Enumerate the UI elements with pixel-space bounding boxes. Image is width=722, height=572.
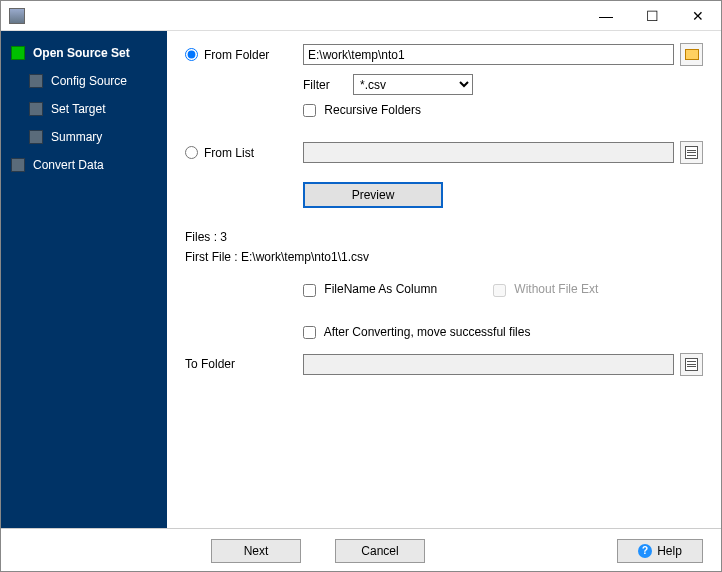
list-icon	[685, 146, 698, 159]
without-ext-text: Without File Ext	[514, 282, 598, 296]
minimize-button[interactable]: —	[583, 1, 629, 31]
from-list-input[interactable]	[303, 142, 674, 163]
filename-as-column-label[interactable]: FileName As Column	[303, 282, 493, 296]
help-icon: ?	[638, 544, 652, 558]
nav-summary[interactable]: Summary	[1, 123, 167, 151]
files-count-label: Files : 3	[185, 230, 703, 244]
help-button[interactable]: ? Help	[617, 539, 703, 563]
recursive-text: Recursive Folders	[324, 103, 421, 117]
next-button[interactable]: Next	[211, 539, 301, 563]
nav-open-source-set[interactable]: Open Source Set	[1, 39, 167, 67]
step-icon	[29, 130, 43, 144]
browse-to-folder-button[interactable]	[680, 353, 703, 376]
to-folder-label: To Folder	[185, 357, 303, 371]
nav-set-target[interactable]: Set Target	[1, 95, 167, 123]
nav-config-source[interactable]: Config Source	[1, 67, 167, 95]
browse-list-button[interactable]	[680, 141, 703, 164]
to-folder-text: To Folder	[185, 357, 235, 371]
filter-label: Filter	[303, 78, 353, 92]
without-ext-checkbox	[493, 284, 506, 297]
wizard-sidebar: Open Source Set Config Source Set Target…	[1, 31, 167, 528]
folder-list-icon	[685, 358, 698, 371]
folder-icon	[685, 49, 699, 60]
from-list-text: From List	[204, 146, 254, 160]
after-convert-label[interactable]: After Converting, move successful files	[303, 325, 530, 339]
first-file-label: First File : E:\work\temp\nto1\1.csv	[185, 250, 703, 264]
step-icon	[29, 74, 43, 88]
preview-button[interactable]: Preview	[303, 182, 443, 208]
step-active-icon	[11, 46, 25, 60]
without-ext-label: Without File Ext	[493, 282, 598, 296]
nav-label: Open Source Set	[33, 46, 130, 60]
app-icon	[9, 8, 25, 24]
after-convert-checkbox[interactable]	[303, 326, 316, 339]
close-button[interactable]: ✕	[675, 1, 721, 31]
nav-label: Convert Data	[33, 158, 104, 172]
to-folder-input[interactable]	[303, 354, 674, 375]
help-text: Help	[657, 544, 682, 558]
recursive-folders-checkbox[interactable]	[303, 104, 316, 117]
step-icon	[11, 158, 25, 172]
nav-convert-data[interactable]: Convert Data	[1, 151, 167, 179]
filename-as-column-checkbox[interactable]	[303, 284, 316, 297]
from-folder-radio[interactable]	[185, 48, 198, 61]
nav-label: Set Target	[51, 102, 105, 116]
main-panel: From Folder Filter *.csv Recursive Folde…	[167, 31, 721, 528]
cancel-button[interactable]: Cancel	[335, 539, 425, 563]
step-icon	[29, 102, 43, 116]
from-folder-text: From Folder	[204, 48, 269, 62]
from-list-radio-label[interactable]: From List	[185, 146, 303, 160]
nav-label: Config Source	[51, 74, 127, 88]
from-list-radio[interactable]	[185, 146, 198, 159]
filter-select[interactable]: *.csv	[353, 74, 473, 95]
footer-bar: Next Cancel ? Help	[1, 528, 721, 572]
after-convert-text: After Converting, move successful files	[324, 325, 531, 339]
from-folder-input[interactable]	[303, 44, 674, 65]
nav-label: Summary	[51, 130, 102, 144]
recursive-folders-label[interactable]: Recursive Folders	[303, 103, 421, 117]
filename-as-column-text: FileName As Column	[324, 282, 437, 296]
maximize-button[interactable]: ☐	[629, 1, 675, 31]
from-folder-radio-label[interactable]: From Folder	[185, 48, 303, 62]
browse-folder-button[interactable]	[680, 43, 703, 66]
titlebar: — ☐ ✕	[1, 1, 721, 31]
